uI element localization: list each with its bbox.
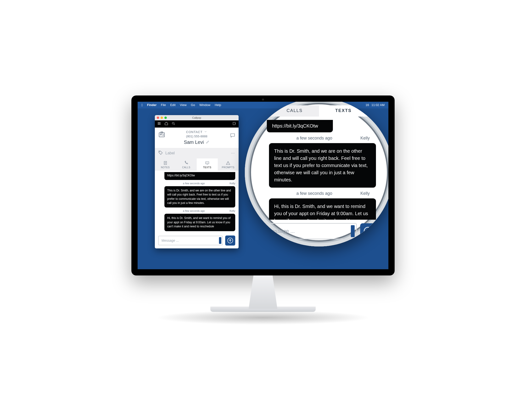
messages-pane[interactable]: https://bit.ly/3qCKOtw a few seconds ago… — [155, 171, 239, 233]
menu-go[interactable]: Go — [191, 103, 195, 107]
id-badge-icon — [158, 131, 165, 139]
message-sender: Kelly — [230, 209, 235, 212]
contact-name: Sam Levi — [184, 140, 204, 145]
mag-text: This is Dr. Smith, and we are on the oth… — [274, 148, 368, 182]
contact-card: CONTACT (801) 555-8888 Sam Levi — [155, 128, 239, 148]
message-bubble: https://bit.ly/3qCKOtw — [164, 172, 235, 180]
svg-point-9 — [364, 227, 372, 235]
message-text: https://bit.ly/3qCKOtw — [167, 174, 195, 177]
svg-point-5 — [159, 151, 160, 152]
window-title: Callpop — [155, 116, 239, 119]
mag-message-input[interactable]: Message ... — [262, 223, 357, 239]
message-bubble: Hi, this is Dr. Smith, and we want to re… — [164, 214, 235, 231]
contact-heading: CONTACT — [186, 130, 203, 134]
mag-text: https://bit.ly/3qCKOtw — [272, 123, 318, 129]
window-titlebar[interactable]: Callpop — [155, 115, 239, 120]
tab-notes-label: NOTES — [161, 166, 170, 169]
menubar-time: 11:02 AM — [371, 103, 384, 107]
tab-calls[interactable]: CALLS — [176, 158, 197, 171]
mag-tabs: CALLS TEXTS — [270, 105, 368, 117]
magnifier-overlay: CALLS TEXTS https://bit.ly/3qCKOtw a few… — [245, 102, 388, 246]
message-text: Hi, this is Dr. Smith, and we want to re… — [167, 216, 231, 228]
message-input[interactable]: Message ... — [158, 236, 223, 245]
mag-bubble: This is Dr. Smith, and we are on the oth… — [269, 143, 376, 188]
mag-bubble: Hi, this is Dr. Smith, and we want to re… — [269, 198, 376, 220]
input-accent — [219, 237, 221, 244]
chevron-down-icon[interactable] — [204, 130, 207, 134]
menubar-date: 16 — [366, 103, 369, 107]
imac-monitor:  Finder File Edit View Go Window Help 1… — [132, 95, 394, 325]
svg-rect-3 — [161, 132, 163, 133]
tab-calls-label: CALLS — [182, 166, 190, 169]
svg-rect-1 — [233, 122, 235, 125]
search-icon[interactable] — [172, 122, 175, 126]
floor-shadow — [155, 310, 371, 325]
message-text: This is Dr. Smith, and we are on the oth… — [167, 189, 231, 205]
menu-view[interactable]: View — [180, 103, 187, 107]
export-icon[interactable] — [232, 122, 236, 126]
mag-bubble: https://bit.ly/3qCKOtw — [267, 120, 333, 132]
hamburger-icon[interactable] — [157, 122, 161, 126]
mag-time: a few seconds ago — [268, 191, 360, 196]
apple-logo-icon[interactable]:  — [142, 103, 143, 107]
menu-edit[interactable]: Edit — [170, 103, 175, 107]
menu-file[interactable]: File — [161, 103, 166, 107]
message-placeholder: Message ... — [162, 239, 179, 242]
menu-window[interactable]: Window — [199, 103, 210, 107]
message-bubble: This is Dr. Smith, and we are on the oth… — [164, 186, 235, 208]
mag-composer: Message ... — [262, 223, 376, 239]
callpop-window: Callpop CONTACT — [155, 115, 239, 248]
mag-meta: a few seconds ago Kelly — [268, 191, 370, 196]
mag-placeholder: Message ... — [268, 228, 295, 234]
home-icon[interactable] — [164, 122, 168, 126]
tab-texts-label: TEXTS — [203, 166, 211, 169]
mag-meta: a few seconds ago Kelly — [268, 136, 370, 141]
tab-texts[interactable]: TEXTS — [197, 158, 218, 171]
message-sender: Kelly — [230, 182, 235, 185]
message-meta: a few seconds ago Kelly — [158, 182, 235, 185]
mag-text: Hi, this is Dr. Smith, and we want to re… — [274, 204, 368, 220]
mag-sender: Kelly — [360, 191, 370, 196]
more-dots-icon[interactable]: ⋯ — [231, 151, 235, 155]
svg-point-4 — [160, 134, 162, 135]
tab-notes[interactable]: NOTES — [155, 158, 176, 171]
monitor-stand — [239, 276, 287, 309]
speech-bubble-icon[interactable] — [230, 133, 235, 139]
tab-prompts-label: PROMPTS — [222, 166, 234, 169]
mag-time: a few seconds ago — [268, 136, 360, 141]
menu-help[interactable]: Help — [215, 103, 221, 107]
contact-phone: (801) 555-8888 — [186, 134, 207, 138]
svg-rect-2 — [159, 133, 165, 137]
message-time: a few seconds ago — [158, 182, 230, 185]
composer: Message ... — [155, 233, 239, 248]
label-placeholder: Label — [165, 151, 175, 155]
label-row[interactable]: Label ⋯ — [155, 148, 239, 158]
camera-dot — [262, 98, 264, 101]
edit-pencil-icon[interactable] — [206, 140, 210, 144]
app-toolbar — [155, 120, 239, 128]
send-button[interactable] — [225, 236, 235, 246]
mag-send-button[interactable] — [360, 223, 376, 239]
desktop:  Finder File Edit View Go Window Help 1… — [138, 102, 388, 269]
message-time: a few seconds ago — [158, 209, 230, 212]
tabs-row: NOTES CALLS TEXTS PROMPTS — [155, 158, 239, 171]
tag-icon — [158, 150, 163, 156]
screen-bezel:  Finder File Edit View Go Window Help 1… — [132, 95, 394, 276]
mag-sender: Kelly — [360, 136, 370, 141]
mag-messages: https://bit.ly/3qCKOtw a few seconds ago… — [256, 117, 382, 220]
svg-point-0 — [172, 122, 174, 124]
menubar-app-name[interactable]: Finder — [147, 103, 157, 107]
message-meta: a few seconds ago Kelly — [158, 209, 235, 212]
tab-prompts[interactable]: PROMPTS — [218, 158, 239, 171]
mag-input-accent — [351, 225, 355, 237]
